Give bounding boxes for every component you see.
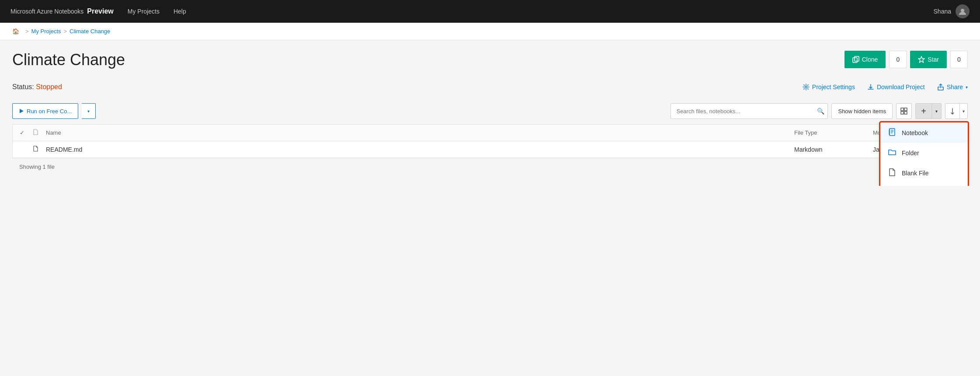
download-project-link[interactable]: Download Project: [867, 84, 925, 91]
breadcrumb-sep-2: >: [64, 28, 67, 35]
file-header-icon: [33, 129, 39, 135]
star-button[interactable]: Star: [910, 51, 947, 68]
sort-button[interactable]: [945, 104, 959, 118]
star-count: 0: [950, 51, 968, 68]
row-filetype: Markdown: [794, 146, 873, 153]
search-input[interactable]: [671, 103, 828, 119]
svg-rect-6: [901, 108, 904, 111]
clone-button[interactable]: Clone: [844, 51, 886, 68]
svg-rect-1: [853, 58, 857, 63]
project-title: Climate Change: [12, 51, 125, 69]
view-toggle-button[interactable]: [896, 103, 912, 119]
col-name-header: Name: [46, 129, 794, 136]
project-header: Climate Change Clone 0 Star 0: [12, 51, 968, 69]
download-icon: [867, 84, 874, 91]
run-icon: [19, 108, 24, 114]
dropdown-item-markdown[interactable]: M↓ Markdown: [881, 183, 967, 186]
breadcrumb: 🏠 > My Projects > Climate Change: [0, 23, 980, 40]
svg-rect-14: [889, 129, 890, 135]
table-header: ✓ Name File Type Modified On: [13, 125, 967, 141]
col-icon: [33, 129, 46, 136]
folder-icon: [888, 148, 897, 158]
home-icon[interactable]: 🏠: [12, 28, 19, 35]
share-icon: [937, 84, 944, 91]
dropdown-folder-label: Folder: [902, 150, 919, 157]
dropdown-item-blank-file[interactable]: Blank File: [881, 163, 967, 183]
search-icon[interactable]: 🔍: [817, 108, 824, 115]
toolbar: Run on Free Co... ▾ 🔍 Show hidden items …: [12, 103, 968, 119]
col-filetype-header: File Type: [794, 129, 873, 136]
notebook-icon: [888, 128, 897, 138]
add-new-dropdown-button[interactable]: ▾: [932, 104, 941, 118]
svg-rect-7: [904, 108, 907, 111]
add-new-button[interactable]: +: [916, 104, 932, 118]
add-dropdown-menu: Notebook Folder Blank File: [880, 122, 968, 186]
file-icon: [33, 146, 39, 152]
star-icon: [918, 56, 925, 63]
search-box: 🔍: [671, 103, 828, 119]
sort-dropdown-button[interactable]: ▾: [959, 104, 967, 118]
add-chevron-icon: ▾: [935, 109, 938, 114]
row-filename[interactable]: README.md: [46, 146, 794, 153]
dropdown-blank-file-label: Blank File: [902, 170, 928, 177]
svg-rect-10: [890, 129, 895, 136]
sort-group: ▾: [945, 103, 968, 119]
svg-rect-9: [904, 111, 907, 114]
status-label: Status:: [12, 83, 34, 91]
user-name: Shana: [934, 8, 951, 15]
user-avatar[interactable]: [956, 4, 970, 18]
dropdown-item-notebook[interactable]: Notebook: [881, 123, 967, 143]
share-chevron-icon: ▾: [966, 85, 968, 90]
svg-point-0: [961, 9, 964, 12]
nav-my-projects[interactable]: My Projects: [128, 8, 160, 15]
main-content: Climate Change Clone 0 Star 0 Status:: [0, 40, 980, 186]
file-table: ✓ Name File Type Modified On README.md M…: [12, 124, 968, 158]
svg-marker-5: [20, 109, 24, 113]
svg-marker-3: [918, 56, 924, 63]
col-check: ✓: [20, 129, 33, 136]
status-section: Status: Stopped: [12, 83, 62, 91]
clone-icon: [852, 56, 859, 63]
run-button[interactable]: Run on Free Co...: [12, 103, 78, 119]
project-actions: Clone 0 Star 0: [844, 51, 968, 68]
dropdown-notebook-label: Notebook: [902, 129, 928, 136]
showing-count: Showing 1 file: [12, 158, 968, 175]
nav-help[interactable]: Help: [174, 8, 186, 15]
view-icon: [900, 108, 907, 115]
breadcrumb-my-projects[interactable]: My Projects: [31, 28, 61, 35]
svg-point-4: [805, 86, 807, 88]
sort-icon: [949, 108, 956, 115]
gear-icon: [803, 84, 810, 91]
show-hidden-button[interactable]: Show hidden items: [831, 103, 893, 119]
status-value: Stopped: [36, 83, 62, 91]
blank-file-icon: [888, 168, 897, 178]
breadcrumb-sep-1: >: [25, 28, 29, 35]
status-row: Status: Stopped Project Settings Downloa…: [12, 78, 968, 96]
table-row: README.md Markdown Jan 17, 20...: [13, 141, 967, 158]
share-link[interactable]: Share ▾: [937, 84, 968, 91]
row-file-icon: [33, 146, 46, 153]
svg-rect-8: [901, 111, 904, 114]
sort-chevron-icon: ▾: [963, 109, 965, 114]
breadcrumb-current: Climate Change: [70, 28, 110, 35]
add-new-group: + ▾: [915, 103, 942, 119]
top-nav: Microsoft Azure Notebooks Preview My Pro…: [0, 0, 980, 23]
project-settings-link[interactable]: Project Settings: [803, 84, 855, 91]
run-dropdown-button[interactable]: ▾: [82, 103, 96, 119]
run-chevron-icon: ▾: [87, 109, 90, 114]
clone-count: 0: [889, 51, 907, 68]
brand-preview: Preview: [87, 7, 113, 15]
dropdown-item-folder[interactable]: Folder: [881, 143, 967, 163]
project-tools: Project Settings Download Project Share …: [803, 84, 968, 91]
brand-name: Microsoft Azure Notebooks: [10, 8, 83, 15]
svg-rect-2: [855, 56, 859, 61]
